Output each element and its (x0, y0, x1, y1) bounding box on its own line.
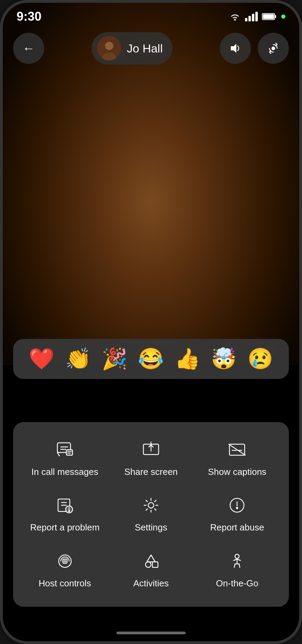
caller-avatar (97, 36, 121, 60)
menu-grid: In call messages Share screen (23, 436, 279, 593)
emoji-party[interactable]: 🎉 (102, 349, 128, 369)
svg-point-27 (68, 511, 69, 512)
caller-pill[interactable]: Jo Hall (92, 32, 172, 65)
phone-inner: 9:30 (3, 3, 299, 641)
caller-name: Jo Hall (127, 42, 163, 55)
svg-point-5 (105, 42, 113, 50)
menu-item-share-screen[interactable]: Share screen (110, 436, 192, 481)
menu-item-in-call-messages[interactable]: In call messages (23, 436, 106, 481)
menu-label-share-screen: Share screen (124, 466, 178, 478)
battery-dot (281, 14, 285, 19)
captions-icon (227, 439, 247, 460)
menu-item-settings[interactable]: Settings (110, 491, 192, 537)
camera-flip-icon (267, 42, 280, 55)
volume-button[interactable] (220, 33, 251, 64)
menu-item-show-captions[interactable]: Show captions (196, 436, 279, 481)
menu-item-report-abuse[interactable]: Report abuse (196, 491, 279, 537)
emoji-cry[interactable]: 😢 (247, 349, 273, 369)
svg-point-8 (272, 47, 275, 50)
menu-label-activities: Activities (133, 578, 169, 589)
emoji-panel: ❤️ 👏 🎉 😂 👍 🤯 😢 (13, 339, 289, 379)
status-bar: 9:30 (3, 3, 299, 30)
menu-label-report-abuse: Report abuse (210, 522, 264, 534)
phone-frame: 9:30 (0, 0, 302, 644)
top-controls: ← Jo Hall (3, 32, 299, 65)
menu-label-show-captions: Show captions (208, 466, 266, 478)
emoji-heart[interactable]: ❤️ (29, 349, 55, 369)
menu-label-host-controls: Host controls (39, 578, 91, 589)
status-icons (229, 12, 285, 21)
svg-point-0 (234, 19, 236, 21)
report-problem-icon (55, 495, 75, 516)
battery-icon (262, 12, 277, 21)
menu-panel: In call messages Share screen (13, 422, 289, 607)
home-indicator (116, 632, 186, 634)
status-time: 9:30 (17, 9, 41, 24)
menu-item-host-controls[interactable]: Host controls (23, 547, 106, 593)
svg-rect-2 (275, 15, 276, 18)
menu-item-activities[interactable]: Activities (110, 547, 192, 593)
volume-icon (229, 42, 242, 55)
svg-point-31 (236, 507, 238, 509)
menu-label-on-the-go: On-the-Go (216, 578, 258, 589)
svg-rect-13 (66, 450, 73, 455)
menu-label-report-a-problem: Report a problem (30, 522, 100, 534)
on-the-go-icon (227, 551, 247, 572)
menu-label-in-call-messages: In call messages (31, 466, 98, 478)
top-right-controls (220, 33, 289, 64)
emoji-laugh[interactable]: 😂 (138, 349, 164, 369)
menu-item-on-the-go[interactable]: On-the-Go (196, 547, 279, 593)
camera-flip-button[interactable] (258, 33, 289, 64)
svg-point-35 (145, 562, 151, 567)
back-button[interactable]: ← (13, 33, 44, 64)
wifi-icon (229, 12, 241, 21)
settings-icon (141, 495, 161, 516)
svg-marker-7 (231, 44, 236, 53)
avatar-image (97, 36, 121, 60)
svg-point-28 (148, 502, 154, 508)
share-screen-icon (141, 439, 161, 460)
svg-line-19 (229, 444, 245, 455)
svg-rect-3 (263, 14, 274, 19)
emoji-thumbsup[interactable]: 👍 (174, 349, 200, 369)
report-abuse-icon (227, 495, 247, 516)
signal-icon (245, 12, 258, 21)
host-controls-icon (55, 551, 75, 572)
svg-marker-34 (147, 555, 155, 562)
svg-rect-36 (152, 562, 158, 567)
menu-label-settings: Settings (135, 522, 167, 534)
activities-icon (141, 551, 161, 572)
svg-line-10 (57, 452, 59, 456)
emoji-exploding[interactable]: 🤯 (211, 349, 237, 369)
svg-point-37 (235, 554, 239, 558)
emoji-clap[interactable]: 👏 (65, 349, 91, 369)
back-arrow-icon: ← (22, 41, 35, 56)
menu-item-report-a-problem[interactable]: Report a problem (23, 491, 106, 537)
message-icon (55, 439, 75, 460)
